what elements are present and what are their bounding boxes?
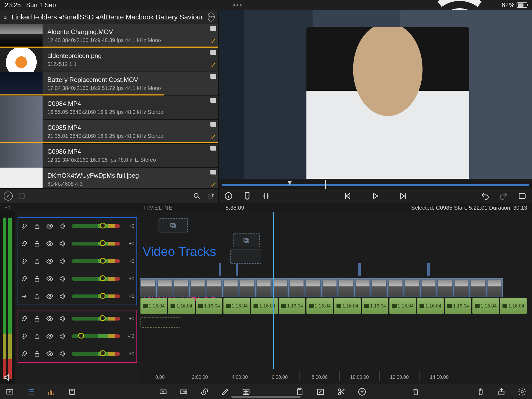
clipboard-icon[interactable] <box>295 387 304 396</box>
media-item[interactable]: C0984.MP416:55.05 3840x2160 16:9 25 fps … <box>0 96 218 120</box>
video-clip[interactable] <box>371 278 387 297</box>
slider-knob[interactable] <box>100 223 106 228</box>
media-item[interactable]: C0986.MP412.12 3840x2160 16:9 25 fps 48.… <box>0 144 218 168</box>
video-clip[interactable] <box>222 278 239 297</box>
ruler-tick[interactable]: 0.00 <box>140 371 180 381</box>
ruler-tick[interactable]: 8:00.00 <box>300 371 339 381</box>
video-clip[interactable] <box>470 278 486 297</box>
arrow-right-icon[interactable] <box>20 293 28 300</box>
eye-icon[interactable] <box>46 222 53 230</box>
track-header-row[interactable]: +0 <box>20 238 134 250</box>
speaker-icon[interactable] <box>59 332 66 340</box>
ruler-tick[interactable]: 14:00.00 <box>419 371 459 381</box>
storage-icon[interactable] <box>68 387 77 396</box>
time-ruler[interactable]: 0.002:00.004:00.006:00.008:00.0010:00.00… <box>140 371 532 381</box>
speaker-icon[interactable] <box>59 315 66 322</box>
breadcrumb-leaf[interactable]: AlDente Macbook Battery Saviour <box>99 13 203 21</box>
slider-knob[interactable] <box>78 333 84 339</box>
lock-icon[interactable] <box>33 332 41 340</box>
ruler-tick[interactable]: 12:00.00 <box>379 371 419 381</box>
lock-icon[interactable] <box>33 293 41 300</box>
info-icon[interactable] <box>224 192 233 201</box>
favorite-icon[interactable] <box>242 387 251 396</box>
track-volume-slider[interactable] <box>72 317 120 321</box>
transition-marker[interactable] <box>358 263 361 276</box>
speaker-icon[interactable] <box>59 240 66 247</box>
cut-icon[interactable] <box>337 387 346 396</box>
select-all-button[interactable]: ✓ <box>4 192 13 201</box>
track-header-row[interactable]: -42 <box>20 330 134 342</box>
transition-marker[interactable] <box>427 263 430 276</box>
speaker-icon[interactable] <box>3 373 12 382</box>
track-volume-slider[interactable] <box>72 334 120 338</box>
video-clip[interactable] <box>272 278 288 297</box>
video-clip[interactable] <box>189 278 206 297</box>
audio-clip[interactable]: 1:16.04 <box>445 298 471 314</box>
prev-clip-button[interactable] <box>343 192 352 201</box>
ghost-clip[interactable] <box>233 233 260 247</box>
media-item[interactable]: Aldente Charging.MOV12.40 3840x2160 16:9… <box>0 24 218 48</box>
home-indicator[interactable] <box>231 396 301 398</box>
list-view-icon[interactable] <box>26 387 35 396</box>
track-header-row[interactable]: +0 <box>20 348 134 360</box>
audio-clip[interactable]: 1:16.04 <box>140 298 167 314</box>
transition-marker[interactable] <box>219 263 221 276</box>
track-header-row[interactable]: +0 <box>20 255 134 267</box>
record-button[interactable] <box>19 193 25 199</box>
video-clip[interactable] <box>486 278 503 297</box>
scrub-bar[interactable] <box>219 179 532 189</box>
speaker-icon[interactable] <box>59 275 66 282</box>
audio-clip[interactable]: 1:16.04 <box>306 298 333 314</box>
timeline-canvas[interactable]: Video Tracks Audio Tracks 1:16.041:16.04… <box>140 212 532 384</box>
eye-icon[interactable] <box>46 293 53 300</box>
video-clip[interactable] <box>354 278 371 297</box>
speaker-icon[interactable] <box>59 293 66 300</box>
ruler-tick[interactable]: 10:00.00 <box>339 371 379 381</box>
folder-link-icon[interactable] <box>4 14 7 20</box>
link-icon[interactable] <box>20 222 28 230</box>
video-clip[interactable] <box>206 278 222 297</box>
track-volume-slider[interactable] <box>72 224 120 228</box>
add-media-button[interactable] <box>5 387 14 396</box>
speaker-icon[interactable] <box>59 257 66 265</box>
add-button[interactable] <box>358 387 367 396</box>
video-clip[interactable] <box>255 278 272 297</box>
mouse-icon[interactable] <box>476 387 485 396</box>
lock-icon[interactable] <box>33 257 41 265</box>
ghost-clip[interactable] <box>159 218 188 232</box>
track-header-row[interactable]: +0 <box>20 290 134 302</box>
lock-icon[interactable] <box>33 275 41 282</box>
audio-clip[interactable]: 1:16.04 <box>196 298 222 314</box>
link-icon[interactable] <box>20 275 28 282</box>
lock-icon[interactable] <box>33 240 41 247</box>
media-item[interactable]: DKmOX4tWUyFwDpMs.full.jpeg6144x4608 4:3✓ <box>0 168 218 188</box>
video-clip[interactable] <box>404 278 420 297</box>
lock-icon[interactable] <box>33 315 41 322</box>
track-volume-slider[interactable] <box>72 352 120 356</box>
search-icon[interactable] <box>193 192 201 200</box>
marker-icon[interactable] <box>243 192 252 201</box>
slider-knob[interactable] <box>100 350 106 356</box>
eye-icon[interactable] <box>46 275 53 282</box>
audio-clip[interactable]: 1:16.04 <box>334 298 361 314</box>
audio-ghost-clip[interactable] <box>140 317 180 328</box>
ghost-clip[interactable] <box>230 250 261 264</box>
video-clip[interactable] <box>140 278 156 297</box>
track-volume-slider[interactable] <box>72 277 120 281</box>
eye-icon[interactable] <box>46 240 53 247</box>
audio-clip[interactable]: 1:16.04 <box>168 298 195 314</box>
track-header-row[interactable]: +0 <box>20 273 134 285</box>
video-clip[interactable] <box>453 278 470 297</box>
trim-icon[interactable] <box>261 192 270 201</box>
undo-icon[interactable] <box>480 192 489 201</box>
equalizer-icon[interactable] <box>47 387 56 396</box>
lock-icon[interactable] <box>33 222 41 230</box>
pencil-icon[interactable] <box>221 387 230 396</box>
scrub-playhead[interactable] <box>325 180 326 189</box>
link-icon[interactable] <box>20 350 28 358</box>
media-item[interactable]: aldenteproicon.png512x512 1:1✓ <box>0 48 218 72</box>
media-item[interactable]: C0985.MP421:35.01 3840x2160 16:9 25 fps … <box>0 120 218 144</box>
lock-icon[interactable] <box>33 350 41 358</box>
trash-icon[interactable] <box>411 387 420 396</box>
eye-icon[interactable] <box>46 332 53 340</box>
